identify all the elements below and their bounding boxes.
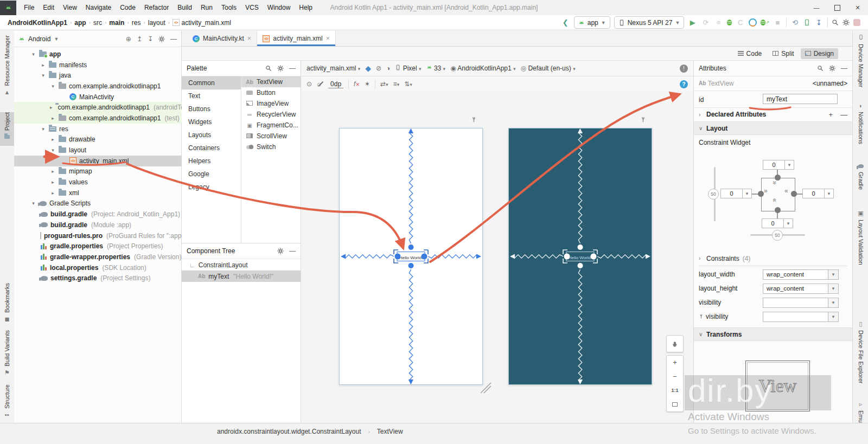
mode-split-button[interactable]: Split	[768, 48, 798, 59]
issues-icon[interactable]: !	[680, 65, 688, 73]
anchor-left[interactable]	[758, 191, 764, 197]
sdk-manager-icon[interactable]: ↧	[814, 18, 824, 27]
tree-item-gradle-scripts[interactable]: ▾Gradle Scripts	[14, 198, 182, 209]
apply-changes-icon[interactable]: ⟳	[701, 18, 710, 27]
hide-panel-icon[interactable]: —	[841, 65, 847, 72]
id-input[interactable]: myText	[763, 94, 838, 104]
breadcrumb-src[interactable]: src	[93, 19, 102, 27]
project-view-select[interactable]: Android	[28, 35, 50, 43]
search-icon[interactable]	[817, 65, 824, 72]
section-constraints[interactable]: › Constraints (4)	[694, 252, 852, 265]
run-button[interactable]: ▶	[688, 18, 697, 27]
device-menu[interactable]: Pixel ▾	[395, 65, 421, 72]
tree-item-java[interactable]: ▾java	[14, 70, 182, 81]
tree-item-manifests[interactable]: ▸manifests	[14, 60, 182, 70]
tree-item-local-properties[interactable]: local.properties(SDK Location)	[14, 262, 182, 273]
section-declared-attributes[interactable]: › Declared Attributes +—	[694, 107, 852, 121]
palette-category-google[interactable]: Google	[182, 168, 241, 181]
settings-gear-icon[interactable]	[843, 19, 850, 26]
api-version-menu[interactable]: 33 ▾	[426, 65, 446, 72]
anchor-top[interactable]	[775, 175, 781, 181]
tree-item-drawable[interactable]: ▸drawable	[14, 134, 182, 145]
tree-item-mipmap[interactable]: ▸mipmap	[14, 166, 182, 177]
device-manager-icon[interactable]	[803, 19, 810, 26]
component-mytext[interactable]: Ab myText "Hello World!"	[182, 271, 301, 282]
tree-item-settings-gradle[interactable]: settings.gradle(Project Settings)	[14, 273, 182, 284]
sidebar-item-build-variants[interactable]: Build Variants ⚑	[0, 330, 14, 380]
palette-item-fragmentcontainer[interactable]: ▣FragmentCo...	[241, 120, 301, 131]
margin-bottom-select[interactable]: 0▼	[762, 218, 793, 228]
menu-navigate[interactable]: Navigate	[81, 4, 116, 11]
align-icon[interactable]: ≡▾	[393, 80, 400, 88]
menu-view[interactable]: View	[59, 4, 81, 11]
stop-button[interactable]: ■	[773, 18, 782, 27]
palette-category-common[interactable]: Common	[182, 76, 241, 89]
collapse-all-icon[interactable]: ↧	[148, 35, 153, 43]
tree-item-proguard-rules[interactable]: proguard-rules.pro(ProGuard Rules for ":…	[14, 230, 182, 241]
breadcrumb-constraintlayout[interactable]: androidx.constraintlayout.widget.Constra…	[217, 428, 361, 435]
mode-design-button[interactable]: Design	[801, 48, 838, 59]
expand-all-icon[interactable]: ↥	[137, 35, 142, 43]
margin-left-select[interactable]: 0▼	[720, 189, 752, 198]
section-transforms[interactable]: ∨ Transforms	[694, 327, 852, 341]
anchor-bottom[interactable]	[775, 207, 781, 213]
guidelines-icon[interactable]: ⇅▾	[404, 80, 412, 88]
palette-category-widgets[interactable]: Widgets	[182, 115, 241, 128]
tree-item-package[interactable]: ▾com.example.androidkotlinapp1	[14, 81, 182, 92]
tab-activity-main-xml[interactable]: <> activity_main.xml ✕	[257, 31, 336, 46]
sidebar-item-gradle[interactable]: Gradle	[853, 163, 868, 203]
margin-top-select[interactable]: 0▼	[763, 160, 794, 170]
tree-item-build-gradle-module[interactable]: build.gradle(Module :app)	[14, 220, 182, 230]
menu-run[interactable]: Run	[196, 4, 217, 11]
panel-settings-gear-icon[interactable]	[277, 65, 284, 72]
vertical-bias-value[interactable]: 50	[708, 189, 719, 200]
section-layout[interactable]: ∨ Layout	[694, 121, 852, 135]
mode-code-button[interactable]: Code	[733, 48, 767, 59]
breadcrumb-layout[interactable]: layout	[148, 19, 165, 27]
palette-item-button[interactable]: Button	[241, 87, 301, 98]
breadcrumb-main[interactable]: main	[109, 19, 124, 27]
tree-item-build-gradle-project[interactable]: build.gradle(Project: Android_Kotlin_App…	[14, 209, 182, 220]
tree-item-package-androidtest[interactable]: ▸com.example.androidkotlinapp1(androidTe…	[14, 102, 182, 113]
remove-attribute-button[interactable]: —	[840, 111, 847, 119]
visibility-select[interactable]: ▼	[763, 298, 839, 308]
tree-item-layout[interactable]: ▾layout	[14, 145, 182, 156]
theme-menu[interactable]: ◉ AndroidKotlinApp1 ▾	[450, 65, 515, 72]
no-design-icon[interactable]: ⊘	[376, 65, 381, 72]
palette-category-layouts[interactable]: Layouts	[182, 128, 241, 141]
sidebar-item-project[interactable]: Project	[0, 112, 14, 146]
panel-settings-gear-icon[interactable]	[829, 65, 835, 72]
sidebar-item-device-file-explorer[interactable]: ▯ Device File Explorer	[853, 320, 868, 396]
layout-width-select[interactable]: wrap_content▼	[763, 269, 839, 280]
run-configuration-select[interactable]: app ▼	[574, 16, 610, 29]
close-tab-icon[interactable]: ✕	[326, 36, 330, 41]
tree-item-app[interactable]: ▾app	[14, 49, 182, 60]
menu-help[interactable]: Help	[295, 4, 317, 11]
zoom-to-fit-button[interactable]	[667, 397, 683, 411]
tree-item-gradle-properties[interactable]: gradle.properties(Project Properties)	[14, 241, 182, 252]
menu-tools[interactable]: Tools	[217, 4, 241, 11]
palette-category-legacy[interactable]: Legacy	[182, 181, 241, 194]
tree-item-res[interactable]: ▾res	[14, 124, 182, 134]
apply-code-changes-icon[interactable]: ≡	[714, 18, 723, 27]
breadcrumb-res[interactable]: res	[132, 19, 141, 27]
pack-icon[interactable]: ⇄▾	[380, 80, 388, 88]
palette-item-textview[interactable]: AbTextView	[241, 76, 301, 87]
tools-visibility-select[interactable]: ▼	[763, 312, 839, 322]
autoconnect-magnet-off-icon[interactable]: ∩	[317, 80, 323, 88]
tree-item-values[interactable]: ▸values	[14, 177, 182, 188]
breadcrumb-app[interactable]: app	[74, 19, 86, 27]
add-attribute-button[interactable]: +	[828, 111, 833, 119]
close-tab-icon[interactable]: ✕	[247, 36, 252, 41]
minimize-button[interactable]: —	[806, 1, 827, 15]
profiler-icon[interactable]	[749, 18, 757, 27]
device-select[interactable]: Nexus 5 API 27 ▼	[614, 16, 685, 29]
hide-panel-icon[interactable]: —	[170, 35, 177, 43]
palette-category-containers[interactable]: Containers	[182, 141, 241, 155]
tree-item-mainactivity[interactable]: CMainActivity	[14, 92, 182, 102]
search-icon[interactable]	[265, 65, 272, 72]
layout-height-select[interactable]: wrap_content▼	[763, 284, 839, 294]
sync-project-icon[interactable]: ⟲	[790, 18, 800, 27]
component-constraintlayout[interactable]: ∟ ConstraintLayout	[182, 259, 301, 271]
sidebar-item-resource-manager[interactable]: Resource Manager ▲	[0, 35, 14, 106]
